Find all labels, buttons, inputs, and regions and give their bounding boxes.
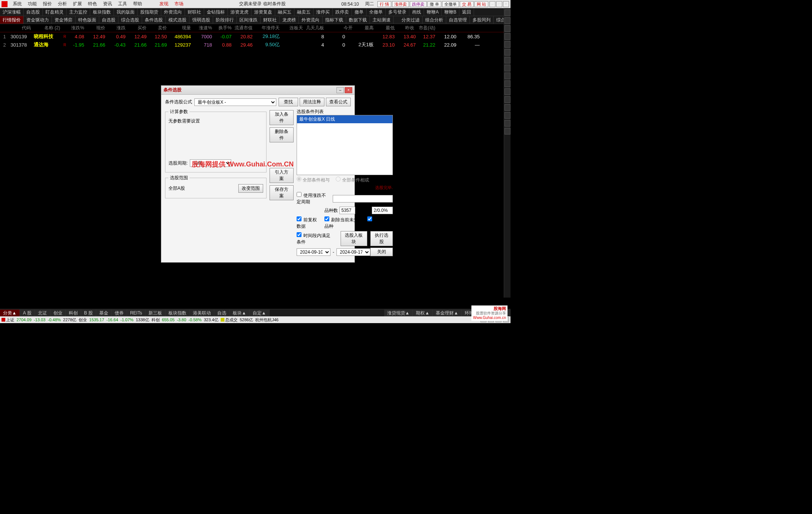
menu-quote[interactable]: 报价 <box>40 1 55 7</box>
col-header-14[interactable]: 连板天 <box>281 25 304 31</box>
tb1-item-15[interactable]: 跌停卖 <box>333 8 352 16</box>
chk-uncertain-period[interactable]: 使用涨跌不定周期 <box>297 192 330 205</box>
sidebar-icon-13[interactable] <box>504 104 511 111</box>
tb2-item-21[interactable]: 多股同列 <box>470 16 494 24</box>
tb1-item-18[interactable]: 多号登录 <box>386 8 409 16</box>
bottom-tab-1[interactable]: A 股 <box>20 310 35 316</box>
tb2-item-9[interactable]: 阶段排行 <box>213 16 237 24</box>
uncertain-period-input[interactable] <box>333 195 393 203</box>
menu-news[interactable]: 资讯 <box>100 1 115 7</box>
bottom-tab-13[interactable]: 板块▲ <box>230 310 250 316</box>
tb1-item-4[interactable]: 板块指数 <box>90 8 114 16</box>
radio-all-or[interactable]: 全部条件相或 <box>336 177 369 183</box>
bottom-tab-14[interactable]: 自定▲ <box>250 310 270 316</box>
col-header-16[interactable]: 今开 <box>326 25 354 31</box>
tb2-item-16[interactable]: 主站测速 <box>370 16 394 24</box>
tb1-item-22[interactable]: 返回 <box>459 8 474 16</box>
bottom-tab-15[interactable] <box>270 310 384 316</box>
col-header-13[interactable]: 年涨停天 <box>254 25 281 31</box>
tb1-item-8[interactable]: 财联社 <box>185 8 204 16</box>
col-header-1[interactable]: 代码 <box>9 25 32 31</box>
tb2-item-5[interactable]: 综合选股 <box>118 16 142 24</box>
sidebar-icon-8[interactable] <box>504 65 511 71</box>
sidebar-icon-16[interactable] <box>504 128 511 135</box>
tb1-item-5[interactable]: 我的版面 <box>114 8 138 16</box>
menu-function[interactable]: 功能 <box>25 1 40 7</box>
dialog-titlebar[interactable]: 条件选股 – × <box>161 86 354 95</box>
col-header-12[interactable]: 流通市值 <box>233 25 254 31</box>
col-header-7[interactable]: 买价 <box>127 25 148 31</box>
tb1-item-7[interactable]: 外资流向 <box>161 8 185 16</box>
bottom-tab-18[interactable]: 基金理财▲ <box>433 310 462 316</box>
tb2-item-7[interactable]: 模式选股 <box>166 16 189 24</box>
sidebar-icon-7[interactable] <box>504 57 511 63</box>
col-header-19[interactable]: 昨收 <box>396 25 416 31</box>
date-to-select[interactable]: 2024-09-17 <box>336 248 370 256</box>
tb1-item-1[interactable]: 自选股 <box>24 8 43 16</box>
bottom-tab-5[interactable]: B 股 <box>81 310 96 316</box>
tb1-item-17[interactable]: 全撤单 <box>367 8 386 16</box>
find-button[interactable]: 查找 <box>279 98 298 106</box>
tb2-item-13[interactable]: 外资流向 <box>299 16 323 24</box>
tb2-item-2[interactable]: 资金博弈 <box>52 16 76 24</box>
col-header-2[interactable]: 名称 (2) <box>32 25 62 31</box>
tb1-item-20[interactable]: 鞭鞭A <box>424 8 442 16</box>
bottom-tab-16[interactable]: 涨贷现货▲ <box>384 310 413 316</box>
bottom-tab-17[interactable]: 期权▲ <box>413 310 433 316</box>
sidebar-icon-2[interactable] <box>504 17 511 24</box>
window-max-icon[interactable]: □ <box>496 1 502 7</box>
bottom-tab-3[interactable]: 创业 <box>50 310 66 316</box>
col-header-9[interactable]: 现量 <box>168 25 192 31</box>
tb1-item-16[interactable]: 撤单 <box>352 8 367 16</box>
condition-item[interactable]: 最牛创业板X 日线 <box>297 115 392 123</box>
menu-extend[interactable]: 扩展 <box>70 1 85 7</box>
col-header-15[interactable]: 几天几板 <box>304 25 326 31</box>
menu-analysis[interactable]: 分析 <box>55 1 70 7</box>
bottom-tab-11[interactable]: 港美联动 <box>190 310 214 316</box>
condition-listbox[interactable]: 最牛创业板X 日线 <box>297 115 393 175</box>
tb2-item-3[interactable]: 特色版面 <box>76 16 99 24</box>
bottom-tab-7[interactable]: 债券 <box>112 310 127 316</box>
sidebar-icon-1[interactable] <box>504 9 511 16</box>
sidebar-icon-12[interactable] <box>504 96 511 103</box>
bottom-tab-6[interactable]: 基金 <box>96 310 112 316</box>
tb2-item-6[interactable]: 条件选股 <box>142 16 166 24</box>
tb1-item-14[interactable]: 涨停买 <box>314 8 333 16</box>
formula-select[interactable]: 最牛创业板X - <box>194 98 276 106</box>
rbtn-limitsell[interactable]: 跌停卖 <box>410 1 427 7</box>
rbtn-limitbuy[interactable]: 涨停卖 <box>392 1 409 7</box>
radio-all-and[interactable]: 全部条件相与 <box>297 177 330 183</box>
menu-market[interactable]: 市场 <box>171 1 186 7</box>
bottom-tab-8[interactable]: REITs <box>127 310 145 316</box>
tb1-item-11[interactable]: 游资复盘 <box>251 8 275 16</box>
tb1-item-0[interactable]: 沪深涨幅 <box>0 8 24 16</box>
rbtn-cancel[interactable]: 撤 单 <box>427 1 441 7</box>
tb1-item-6[interactable]: 股指期货 <box>138 8 161 16</box>
chk-period-range[interactable]: 时间段内满足条件 <box>297 232 335 245</box>
col-header-11[interactable]: 换手% <box>214 25 233 31</box>
tb2-item-14[interactable]: 指标下载 <box>323 16 346 24</box>
view-formula-button[interactable]: 查看公式 <box>326 98 351 106</box>
col-header-17[interactable]: 最高 <box>354 25 375 31</box>
tb1-item-10[interactable]: 游资龙虎 <box>228 8 251 16</box>
window-close-icon[interactable]: × <box>503 1 509 7</box>
chk-fq[interactable]: 前复权数据 <box>297 216 321 230</box>
chk-excl-notrade[interactable]: 剔除当前未交易品种 <box>324 216 364 230</box>
date-from-select[interactable]: 2024-09-10 <box>297 248 330 256</box>
tb2-item-4[interactable]: 自选股 <box>99 16 118 24</box>
rbtn-cancelall[interactable]: 全撤单 <box>442 1 459 7</box>
tb1-item-3[interactable]: 主力监控 <box>67 8 90 16</box>
rbtn-quote[interactable]: 行 情 <box>377 1 391 7</box>
rbtn-website[interactable]: 网 站 <box>474 1 488 7</box>
dialog-close-icon[interactable]: × <box>345 87 352 93</box>
sidebar-icon-11[interactable] <box>504 88 511 95</box>
tb1-item-9[interactable]: 金钻指标 <box>204 8 228 16</box>
menu-system[interactable]: 系统 <box>10 1 25 7</box>
usage-button[interactable]: 用法注释 <box>300 98 324 106</box>
period-select[interactable]: 日线 <box>190 159 231 167</box>
menu-tools[interactable]: 工具 <box>115 1 130 7</box>
tb1-item-12[interactable]: 融买五 <box>275 8 294 16</box>
sidebar-icon-9[interactable] <box>504 73 511 79</box>
tb2-item-10[interactable]: 区间涨跌 <box>237 16 261 24</box>
delete-condition-button[interactable]: 删除条件 <box>270 127 294 142</box>
